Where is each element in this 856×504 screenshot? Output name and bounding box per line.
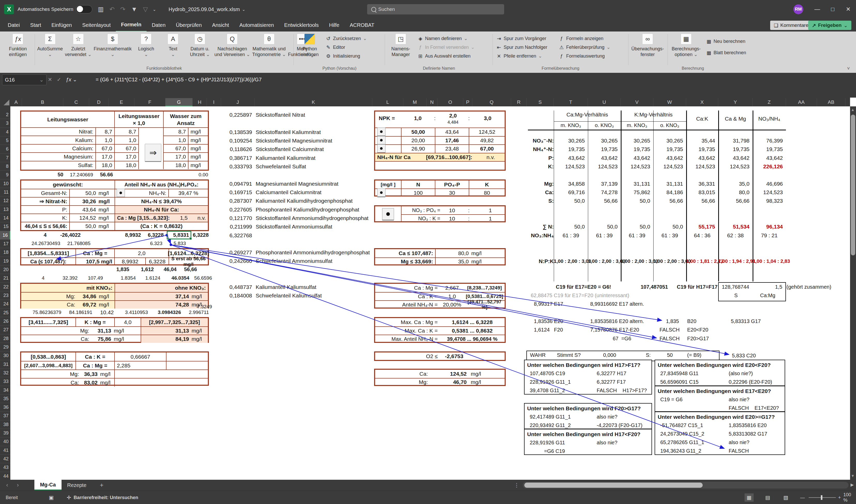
ribbon-tab[interactable]: Datei: [3, 19, 25, 32]
function-category-button[interactable]: $ Finanzmathematik ⌄: [93, 34, 132, 57]
cell[interactable]: 43,642: [588, 155, 621, 161]
cell[interactable]: 75,862: [621, 189, 653, 196]
autosave-toggle[interactable]: [76, 5, 92, 14]
cell[interactable]: [2,997...7,325...7,325]: [141, 318, 208, 326]
row-header[interactable]: 35: [0, 395, 10, 403]
auditing-item[interactable]: ƒ Formelauswertung: [559, 52, 611, 60]
cell[interactable]: 64 : 36: [686, 232, 718, 238]
cell[interactable]: 1,00 : 2,00 : 3,00: [554, 258, 588, 264]
cell[interactable]: Schwefelanteil Kaliumsulfat: [256, 292, 322, 299]
cell[interactable]: 107.49: [80, 275, 103, 281]
cell[interactable]: 56,6596091 C15: [658, 379, 729, 385]
cell[interactable]: -4,22073 (F20-G17): [597, 422, 643, 428]
cell[interactable]: 56,66: [653, 198, 686, 204]
cell[interactable]: 5,833 C20: [732, 353, 756, 359]
column-header[interactable]: X: [686, 98, 718, 106]
cell[interactable]: [3,411......7,325]: [21, 318, 75, 326]
ribbon-tab[interactable]: Automatisieren: [234, 19, 279, 32]
cell[interactable]: 1,0: [114, 136, 138, 144]
cell[interactable]: 98,323: [753, 198, 786, 204]
cell[interactable]: 124,523: [718, 163, 753, 169]
cell[interactable]: 1,0: [96, 136, 114, 144]
scroll-up-icon[interactable]: ▲: [851, 107, 855, 112]
cell[interactable]: 124,523: [653, 163, 686, 169]
cell[interactable]: 17,46: [435, 136, 469, 145]
collapse-ribbon-icon[interactable]: ˅: [847, 66, 850, 71]
cell[interactable]: 61 : 39: [653, 232, 686, 238]
cell[interactable]: 10.42: [95, 309, 114, 316]
cell[interactable]: 4: [34, 232, 47, 238]
cell[interactable]: 24,2673049 C15_2: [658, 431, 729, 437]
row-header[interactable]: 38: [0, 420, 10, 429]
cell[interactable]: 83,015: [686, 189, 718, 196]
cell[interactable]: 6.323: [143, 241, 162, 246]
function-category-button[interactable]: Σ AutoSumme ⌄: [37, 34, 63, 57]
npk-radio-1[interactable]: [377, 128, 386, 136]
row-header[interactable]: 26: [0, 317, 10, 326]
sheet-prev-icon[interactable]: ‹: [6, 482, 8, 488]
cell[interactable]: (= B9): [687, 352, 701, 358]
cell[interactable]: [138, 161, 163, 169]
apply-arrow-button[interactable]: ⇒: [145, 144, 161, 162]
cell[interactable]: 8,9932: [117, 232, 141, 238]
cell[interactable]: 46,696: [753, 181, 786, 187]
python-item[interactable]: ↺ Zurücksetzen⌄: [325, 34, 367, 43]
row-header[interactable]: 31: [0, 360, 10, 369]
row-header[interactable]: 42: [0, 455, 10, 463]
cell[interactable]: 92,417489 G11_1: [527, 414, 597, 420]
cell[interactable]: mg/l: [188, 136, 208, 144]
cell[interactable]: 36,331: [686, 181, 718, 187]
clear-filter-icon[interactable]: ▽: [143, 6, 148, 13]
row-header[interactable]: 41: [0, 446, 10, 455]
cell[interactable]: mg/l: [469, 370, 504, 378]
cell[interactable]: 50,00: [401, 128, 435, 136]
column-header[interactable]: G: [166, 98, 193, 106]
cell[interactable]: [166, 361, 208, 370]
cell[interactable]: 37,14 mg/l: [115, 292, 208, 300]
macro-record-icon[interactable]: ▣: [49, 494, 54, 501]
cell[interactable]: 1,83535816 E20: [729, 422, 767, 428]
cell[interactable]: 43,642: [653, 155, 686, 161]
ribbon-tab[interactable]: Daten: [147, 19, 171, 32]
column-header[interactable]: AA: [786, 98, 817, 106]
minimize-button[interactable]: —: [809, 0, 825, 19]
insert-function-icon[interactable]: ƒx ⌄: [66, 76, 77, 83]
cell[interactable]: 3.0984326: [151, 310, 181, 315]
column-header[interactable]: Z: [753, 98, 786, 106]
cell[interactable]: 31,131: [621, 181, 653, 187]
cell[interactable]: Stickstoffanteil Calciumnitrat: [256, 146, 324, 152]
row-header[interactable]: 10: [0, 179, 10, 188]
cell[interactable]: S:: [646, 352, 651, 358]
cell[interactable]: 0,22296 (E20-F20): [729, 379, 772, 385]
cell[interactable]: 0,094791: [222, 181, 252, 187]
undo-icon[interactable]: ↶: [109, 6, 115, 13]
cell[interactable]: 6,322768: [222, 232, 252, 238]
cell[interactable]: 107,487051: [641, 284, 668, 290]
view-page-layout-icon[interactable]: ▤: [765, 494, 770, 501]
cell[interactable]: Max. Ca : Mg =: [375, 318, 440, 326]
cell[interactable]: Ca ≤ 107,487:: [375, 249, 435, 257]
zoom-slider-thumb[interactable]: [821, 495, 822, 500]
cell[interactable]: 0,333793: [222, 163, 252, 169]
cell[interactable]: 43,642: [554, 155, 588, 161]
cell[interactable]: Kalium:: [21, 136, 96, 144]
cell[interactable]: [375, 128, 401, 136]
column-header[interactable]: W: [653, 98, 686, 106]
cell[interactable]: 46.0354: [164, 275, 189, 281]
cell[interactable]: Schwefelanteil Ammoniumsulfat: [256, 258, 332, 264]
python-item[interactable]: ✎ Editor: [325, 43, 367, 52]
cell[interactable]: 8,7: [163, 127, 188, 136]
cell[interactable]: 19,735: [554, 146, 588, 152]
cell[interactable]: 19,735: [653, 146, 686, 152]
row-header[interactable]: 16: [0, 231, 10, 240]
cell[interactable]: Stickstoffanteil Ammoniumdihydrogenphosp…: [256, 215, 369, 221]
define-name-item[interactable]: ◈ Namen definieren⌄: [417, 34, 475, 43]
cell[interactable]: 50,0: [554, 223, 588, 230]
cell[interactable]: 61 : 39: [554, 232, 588, 238]
auditing-item[interactable]: ✕ Pfeile entfernen⌄: [496, 52, 549, 60]
ribbon-tab[interactable]: ACROBAT: [345, 19, 379, 32]
cell[interactable]: 1.6124: [138, 275, 160, 281]
cell[interactable]: NH₄-N:: [115, 189, 168, 197]
cell[interactable]: -51,764827 C15_1: [658, 422, 729, 428]
accessibility-status[interactable]: Barrierefreiheit: Untersuchen: [74, 495, 138, 500]
